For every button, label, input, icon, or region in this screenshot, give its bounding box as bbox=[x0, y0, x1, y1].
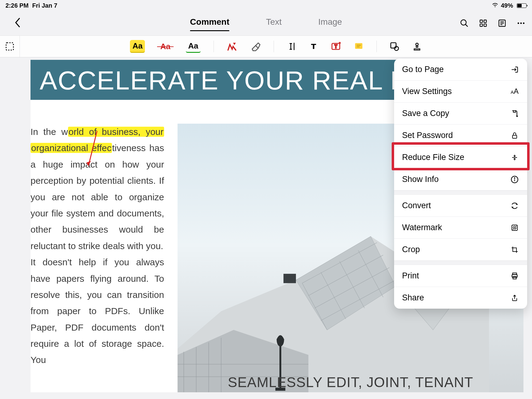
tab-comment[interactable]: Comment bbox=[190, 17, 229, 29]
menu-label: View Settings bbox=[402, 87, 452, 96]
highlight-annotation[interactable]: orld of business, your bbox=[68, 127, 164, 137]
status-date: Fri Jan 7 bbox=[32, 2, 57, 9]
svg-rect-42 bbox=[283, 274, 296, 283]
menu-reduce-file-size[interactable]: Reduce File Size bbox=[394, 147, 527, 169]
sticky-note-tool[interactable] bbox=[354, 42, 364, 51]
svg-rect-4 bbox=[480, 24, 483, 26]
separator bbox=[214, 41, 214, 52]
svg-point-12 bbox=[523, 23, 524, 24]
highlight-annotation[interactable]: organizational effec bbox=[31, 143, 112, 153]
grid-view-icon[interactable] bbox=[478, 18, 488, 28]
menu-label: Share bbox=[402, 293, 424, 303]
lock-icon bbox=[510, 131, 519, 140]
svg-text:T: T bbox=[334, 44, 337, 49]
svg-rect-45 bbox=[512, 135, 517, 138]
battery-percent: 49% bbox=[501, 2, 513, 9]
underline-tool[interactable]: Aa bbox=[186, 40, 201, 53]
convert-icon bbox=[510, 201, 519, 210]
back-button[interactable] bbox=[14, 17, 22, 30]
svg-line-50 bbox=[513, 226, 516, 230]
menu-label: Save a Copy bbox=[402, 109, 449, 118]
tab-image[interactable]: Image bbox=[318, 17, 342, 29]
battery-icon bbox=[516, 3, 527, 8]
svg-rect-3 bbox=[484, 20, 486, 23]
search-icon[interactable] bbox=[459, 18, 469, 28]
svg-point-21 bbox=[416, 43, 418, 45]
menu-set-password[interactable]: Set Password bbox=[394, 125, 527, 147]
share-icon bbox=[510, 293, 519, 303]
top-nav: Comment Text Image bbox=[0, 11, 532, 35]
menu-label: Watermark bbox=[402, 223, 442, 232]
menu-view-settings[interactable]: View Settings AA bbox=[394, 81, 527, 103]
compress-icon bbox=[510, 153, 519, 162]
crop-icon bbox=[510, 245, 519, 254]
save-copy-icon bbox=[510, 109, 519, 118]
menu-label: Convert bbox=[402, 201, 431, 210]
more-menu-icon[interactable] bbox=[516, 18, 526, 28]
tab-text[interactable]: Text bbox=[266, 17, 282, 29]
menu-separator bbox=[394, 190, 527, 195]
view-settings-icon: AA bbox=[510, 87, 519, 96]
menu-convert[interactable]: Convert bbox=[394, 195, 527, 217]
text-run: In the w bbox=[31, 127, 68, 137]
menu-label: Reduce File Size bbox=[402, 153, 464, 162]
body-text-column: In the world of business, your organizat… bbox=[31, 124, 164, 392]
svg-point-11 bbox=[520, 23, 522, 24]
menu-crop[interactable]: Crop bbox=[394, 239, 527, 261]
svg-point-10 bbox=[518, 23, 519, 24]
menu-share[interactable]: Share bbox=[394, 287, 527, 309]
print-icon bbox=[510, 271, 519, 281]
watermark-icon bbox=[510, 223, 519, 232]
text-tool[interactable] bbox=[309, 42, 318, 51]
textbox-tool[interactable]: T bbox=[331, 41, 341, 52]
highlight-tool[interactable]: Aa bbox=[130, 40, 145, 53]
separator bbox=[376, 41, 377, 52]
annotation-toolbar: Aa Aa Aa T bbox=[0, 35, 532, 57]
eraser-tool[interactable] bbox=[250, 41, 261, 52]
svg-rect-16 bbox=[355, 43, 362, 49]
svg-rect-5 bbox=[484, 24, 486, 26]
outline-icon[interactable] bbox=[497, 18, 507, 28]
strikethrough-tool[interactable]: Aa bbox=[158, 41, 173, 53]
menu-label: Show Info bbox=[402, 175, 439, 184]
menu-label: Crop bbox=[402, 245, 420, 254]
status-time: 2:26 PM bbox=[5, 2, 29, 9]
menu-show-info[interactable]: Show Info bbox=[394, 169, 527, 190]
menu-go-to-page[interactable]: Go to Page bbox=[394, 59, 527, 81]
more-menu: Go to Page View Settings AA Save a Copy … bbox=[394, 59, 527, 309]
svg-rect-2 bbox=[480, 20, 483, 23]
menu-watermark[interactable]: Watermark bbox=[394, 217, 527, 239]
menu-separator bbox=[394, 261, 527, 265]
info-icon bbox=[510, 175, 519, 184]
svg-point-0 bbox=[461, 20, 466, 25]
menu-label: Print bbox=[402, 271, 419, 281]
menu-label: Set Password bbox=[402, 131, 453, 140]
text-paragraph: It doesn't help if you always have paper… bbox=[31, 254, 164, 368]
selection-tool-icon[interactable] bbox=[5, 42, 15, 51]
status-bar: 2:26 PM Fri Jan 7 49% bbox=[0, 0, 532, 11]
shape-tool[interactable] bbox=[390, 42, 399, 51]
svg-point-48 bbox=[514, 178, 515, 178]
menu-save-copy[interactable]: Save a Copy bbox=[394, 103, 527, 125]
menu-print[interactable]: Print bbox=[394, 265, 527, 287]
image-subheading: SEAMLESSLY EDIT, JOINT, TENANT bbox=[228, 374, 473, 390]
menu-label: Go to Page bbox=[402, 65, 444, 74]
ink-pen-tool[interactable] bbox=[227, 41, 238, 52]
wifi-icon bbox=[492, 2, 498, 10]
svg-rect-13 bbox=[6, 43, 13, 50]
svg-line-52 bbox=[515, 228, 516, 230]
svg-line-51 bbox=[513, 226, 515, 228]
text-cursor-tool[interactable] bbox=[287, 42, 297, 51]
text-run: tiveness has a huge impact on how your p… bbox=[31, 143, 164, 251]
document-viewport[interactable]: ACCELERATE YOUR REAL ESTATE In the world… bbox=[0, 57, 532, 399]
stamp-tool[interactable] bbox=[412, 42, 422, 51]
separator bbox=[274, 41, 274, 52]
go-to-page-icon bbox=[510, 65, 519, 74]
svg-line-1 bbox=[466, 24, 468, 27]
